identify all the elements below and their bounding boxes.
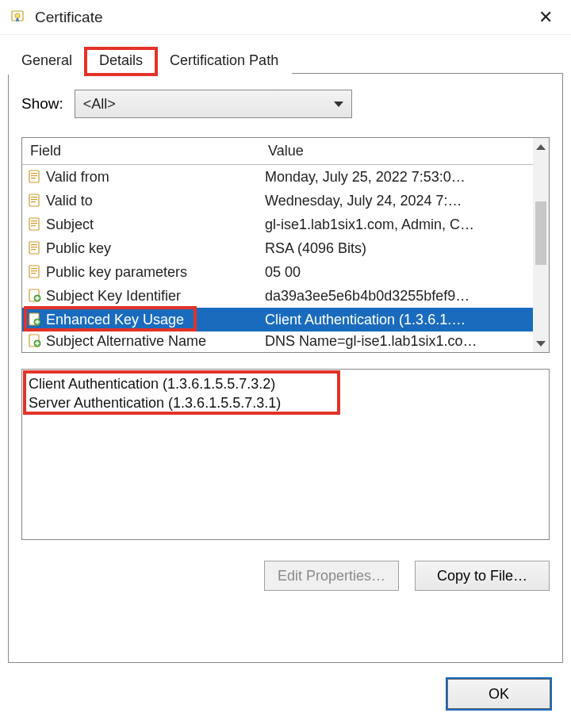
- svg-rect-18: [29, 266, 39, 278]
- cell-field: Public key parameters: [22, 264, 260, 281]
- svg-rect-4: [31, 175, 37, 176]
- svg-rect-17: [31, 249, 36, 250]
- svg-rect-14: [29, 242, 39, 254]
- listview-scrollbar[interactable]: [533, 138, 549, 352]
- cell-value: da39a3ee5e6b4b0d3255bfef9…: [260, 288, 549, 305]
- svg-rect-16: [31, 247, 37, 247]
- column-field[interactable]: Field: [22, 138, 260, 164]
- page-icon: [27, 240, 43, 256]
- table-row[interactable]: Subjectgl-ise1.lab1six1.com, Admin, C…: [22, 213, 549, 236]
- cell-value: Monday, July 25, 2022 7:53:0…: [260, 169, 549, 186]
- table-row[interactable]: Enhanced Key UsageClient Authentication …: [22, 308, 549, 331]
- table-row[interactable]: Subject Alternative NameDNS Name=gl-ise1…: [22, 331, 549, 351]
- svg-rect-21: [31, 273, 36, 274]
- window-title: Certificate: [35, 9, 530, 26]
- svg-rect-2: [29, 171, 39, 182]
- certificate-window: Certificate ✕ General Details Certificat…: [0, 0, 571, 728]
- button-row: Edit Properties… Copy to File…: [21, 561, 550, 591]
- show-row: Show: <All>: [21, 90, 550, 118]
- cell-value: 05 00: [260, 264, 549, 281]
- certificate-icon: [10, 9, 27, 26]
- table-row[interactable]: Valid fromMonday, July 25, 2022 7:53:0…: [22, 165, 549, 189]
- extension-icon: [27, 333, 43, 349]
- chevron-down-icon: [334, 102, 343, 107]
- detail-line: Server Authentication (1.3.6.1.5.5.7.3.1…: [29, 393, 542, 412]
- body: General Details Certification Path Show:…: [0, 35, 571, 663]
- table-row[interactable]: Subject Key Identifierda39a3ee5e6b4b0d32…: [22, 284, 549, 308]
- cell-field: Subject Alternative Name: [22, 333, 260, 350]
- copy-to-file-button[interactable]: Copy to File…: [415, 561, 550, 591]
- extension-icon: [27, 312, 43, 328]
- table-row[interactable]: Public key parameters05 00: [22, 260, 549, 284]
- detail-textarea[interactable]: Client Authentication (1.3.6.1.5.5.7.3.2…: [21, 369, 550, 540]
- cell-value: Client Authentication (1.3.6.1.…: [260, 312, 549, 328]
- cell-field: Public key: [22, 240, 260, 257]
- ok-button[interactable]: OK: [447, 679, 550, 709]
- show-value: <All>: [83, 96, 334, 113]
- cell-field: Subject: [22, 216, 260, 233]
- tabs: General Details Certification Path: [8, 48, 563, 74]
- detail-line: Client Authentication (1.3.6.1.5.5.7.3.2…: [29, 374, 542, 393]
- cell-field: Subject Key Identifier: [22, 288, 260, 305]
- titlebar: Certificate ✕: [0, 0, 571, 35]
- scroll-down-icon[interactable]: [533, 335, 549, 352]
- svg-point-1: [15, 13, 20, 18]
- page-icon: [27, 216, 43, 232]
- show-combobox[interactable]: <All>: [75, 90, 352, 118]
- fields-listview[interactable]: Field Value Valid fromMonday, July 25, 2…: [21, 137, 550, 353]
- svg-rect-11: [31, 220, 37, 221]
- column-value[interactable]: Value: [260, 138, 549, 164]
- svg-rect-6: [29, 194, 39, 206]
- svg-rect-5: [31, 178, 36, 178]
- cell-field: Valid from: [22, 169, 260, 186]
- page-icon: [27, 169, 43, 185]
- cell-value: Wednesday, July 24, 2024 7:…: [260, 193, 549, 209]
- tab-general[interactable]: General: [8, 48, 86, 75]
- footer: OK: [0, 663, 571, 728]
- tab-details[interactable]: Details: [86, 48, 156, 75]
- scroll-thumb[interactable]: [535, 201, 546, 265]
- cell-field: Valid to: [22, 193, 260, 209]
- edit-properties-button: Edit Properties…: [264, 561, 399, 591]
- tab-panel: Show: <All> Field Value Valid fromMonday…: [8, 73, 563, 663]
- svg-rect-10: [29, 218, 39, 230]
- svg-rect-7: [31, 197, 37, 197]
- close-icon[interactable]: ✕: [530, 2, 561, 33]
- table-row[interactable]: Valid toWednesday, July 24, 2024 7:…: [22, 189, 549, 213]
- svg-rect-3: [31, 173, 37, 174]
- scroll-up-icon[interactable]: [533, 138, 549, 155]
- page-icon: [27, 193, 43, 209]
- svg-rect-8: [31, 199, 37, 200]
- svg-rect-13: [31, 225, 36, 226]
- svg-rect-12: [31, 223, 37, 224]
- tab-certification-path[interactable]: Certification Path: [156, 48, 292, 75]
- svg-rect-9: [31, 201, 36, 202]
- cell-value: DNS Name=gl-ise1.lab1six1.co…: [260, 333, 549, 350]
- svg-rect-15: [31, 244, 37, 245]
- cell-field: Enhanced Key Usage: [22, 312, 260, 328]
- listview-header: Field Value: [22, 138, 549, 165]
- listview-rows: Valid fromMonday, July 25, 2022 7:53:0…V…: [22, 165, 549, 352]
- svg-rect-20: [31, 270, 37, 271]
- table-row[interactable]: Public keyRSA (4096 Bits): [22, 236, 549, 260]
- cell-value: RSA (4096 Bits): [260, 240, 549, 257]
- show-label: Show:: [21, 95, 63, 113]
- cell-value: gl-ise1.lab1six1.com, Admin, C…: [260, 216, 549, 233]
- extension-icon: [27, 288, 43, 304]
- page-icon: [27, 264, 43, 280]
- svg-rect-19: [31, 268, 37, 269]
